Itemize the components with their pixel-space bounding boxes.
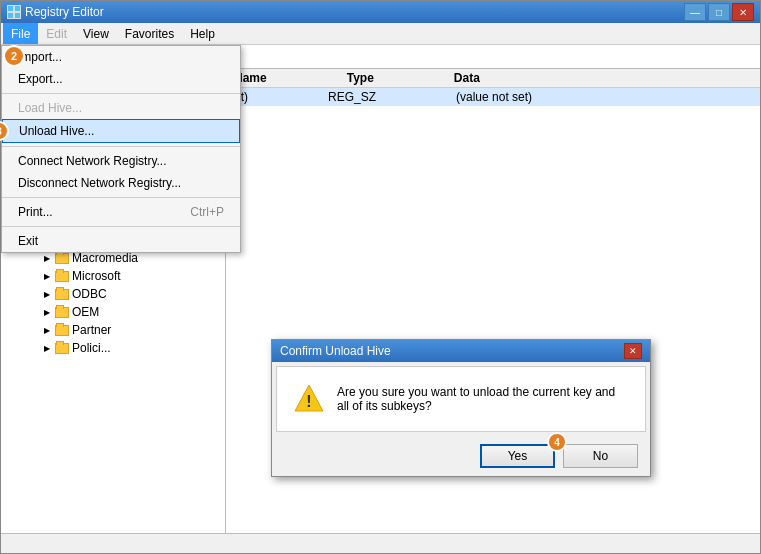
status-bar (1, 533, 760, 553)
separator-1 (2, 93, 240, 94)
menu-file[interactable]: File (3, 23, 38, 44)
badge-3: 3 (0, 121, 9, 141)
dialog-close-button[interactable]: ✕ (624, 343, 642, 359)
svg-rect-0 (8, 6, 13, 11)
menu-favorites[interactable]: Favorites (117, 23, 182, 44)
minimize-button[interactable]: — (684, 3, 706, 21)
dialog-no-button[interactable]: No (563, 444, 638, 468)
separator-3 (2, 197, 240, 198)
badge-4: 4 (547, 432, 567, 452)
maximize-button[interactable]: □ (708, 3, 730, 21)
menu-import[interactable]: Import... (2, 46, 240, 68)
title-bar: Registry Editor — □ ✕ (1, 1, 760, 23)
menu-edit[interactable]: Edit (38, 23, 75, 44)
tree-item-oem[interactable]: ▶ OEM (1, 303, 225, 321)
folder-icon-polici (55, 343, 69, 354)
registry-editor-window: Registry Editor — □ ✕ 2 File Edit View F… (0, 0, 761, 554)
svg-rect-3 (15, 13, 20, 18)
file-dropdown-menu: Import... Export... Load Hive... 3 Unloa… (1, 45, 241, 253)
dialog-yes-button[interactable]: Yes (480, 444, 555, 468)
menu-print[interactable]: Print... Ctrl+P (2, 201, 240, 223)
dialog-title-text: Confirm Unload Hive (280, 344, 391, 358)
menu-disconnect-network[interactable]: Disconnect Network Registry... (2, 172, 240, 194)
title-bar-left: Registry Editor (7, 5, 104, 19)
folder-icon-microsoft (55, 271, 69, 282)
yes-button-wrapper: 4 Yes (480, 444, 555, 468)
tree-item-partner[interactable]: ▶ Partner (1, 321, 225, 339)
dialog-buttons: 4 Yes No (272, 436, 650, 476)
window-controls: — □ ✕ (684, 3, 754, 21)
folder-icon-partner (55, 325, 69, 336)
right-panel-header: Name Type Data (226, 69, 760, 88)
separator-4 (2, 226, 240, 227)
window-title: Registry Editor (25, 5, 104, 19)
menu-export[interactable]: Export... (2, 68, 240, 90)
warning-icon: ! (293, 383, 325, 415)
confirm-unload-dialog: Confirm Unload Hive ✕ ! Are you sure you… (271, 339, 651, 477)
folder-icon-oem (55, 307, 69, 318)
menu-help[interactable]: Help (182, 23, 223, 44)
menu-load-hive: Load Hive... (2, 97, 240, 119)
menu-unload-hive[interactable]: 3 Unload Hive... (2, 119, 240, 143)
badge-2: 2 (3, 45, 25, 67)
tree-arrow-microsoft[interactable]: ▶ (41, 270, 53, 282)
right-panel-row-0[interactable]: (lt) REG_SZ (value not set) (226, 88, 760, 106)
tree-item-polici[interactable]: ▶ Polici... (1, 339, 225, 357)
tree-arrow-partner[interactable]: ▶ (41, 324, 53, 336)
svg-rect-2 (8, 13, 13, 18)
folder-icon-odbc (55, 289, 69, 300)
menu-view[interactable]: View (75, 23, 117, 44)
app-icon (7, 5, 21, 19)
dialog-body: ! Are you sure you want to unload the cu… (276, 366, 646, 432)
close-button[interactable]: ✕ (732, 3, 754, 21)
svg-text:!: ! (306, 393, 311, 410)
folder-icon-macromedia (55, 253, 69, 264)
tree-arrow-macromedia[interactable]: ▶ (41, 252, 53, 264)
tree-arrow-odbc[interactable]: ▶ (41, 288, 53, 300)
separator-2 (2, 146, 240, 147)
menu-connect-network[interactable]: Connect Network Registry... (2, 150, 240, 172)
tree-item-microsoft[interactable]: ▶ Microsoft (1, 267, 225, 285)
tree-arrow-oem[interactable]: ▶ (41, 306, 53, 318)
dialog-message: Are you sure you want to unload the curr… (337, 385, 629, 413)
tree-arrow-polici[interactable]: ▶ (41, 342, 53, 354)
dialog-title-bar: Confirm Unload Hive ✕ (272, 340, 650, 362)
menu-bar: 2 File Edit View Favorites Help Import..… (1, 23, 760, 45)
svg-rect-1 (15, 6, 20, 11)
tree-item-odbc[interactable]: ▶ ODBC (1, 285, 225, 303)
menu-exit[interactable]: Exit (2, 230, 240, 252)
